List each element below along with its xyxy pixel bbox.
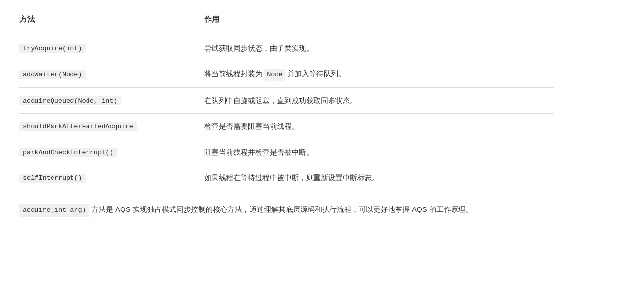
table-row: selfInterrupt() 如果线程在等待过程中被中断，则重新设置中断标志。 xyxy=(19,165,554,191)
method-code: parkAndCheckInterrupt() xyxy=(19,148,117,157)
summary-text: 方法是 AQS 实现独占模式同步控制的核心方法，通过理解其底层源码和执行流程，可… xyxy=(89,205,473,213)
summary-paragraph: acquire(int arg) 方法是 AQS 实现独占模式同步控制的核心方法… xyxy=(19,203,554,217)
desc-cell: 阻塞当前线程并检查是否被中断。 xyxy=(204,139,554,165)
header-desc: 作用 xyxy=(204,10,554,30)
method-cell: selfInterrupt() xyxy=(19,166,204,190)
table-row: shouldParkAfterFailedAcquire 检查是否需要阻塞当前线… xyxy=(19,114,554,139)
method-code: addWaiter(Node) xyxy=(19,70,86,79)
table-row: tryAcquire(int) 尝试获取同步状态，由子类实现。 xyxy=(19,35,554,61)
table-row: acquireQueued(Node, int) 在队列中自旋或阻塞，直到成功获… xyxy=(19,88,554,114)
table-header: 方法 作用 xyxy=(19,10,554,35)
header-method: 方法 xyxy=(19,10,204,30)
method-code: shouldParkAfterFailedAcquire xyxy=(19,122,137,131)
desc-cell: 检查是否需要阻塞当前线程。 xyxy=(204,114,554,139)
main-table: 方法 作用 tryAcquire(int) 尝试获取同步状态，由子类实现。 ad… xyxy=(19,10,554,191)
method-code: acquireQueued(Node, int) xyxy=(19,96,121,105)
table-row: addWaiter(Node) 将当前线程封装为 Node 并加入等待队列。 xyxy=(19,61,554,88)
summary-code: acquire(int arg) xyxy=(19,204,89,217)
method-cell: shouldParkAfterFailedAcquire xyxy=(19,115,204,138)
method-cell: tryAcquire(int) xyxy=(19,36,204,60)
method-cell: parkAndCheckInterrupt() xyxy=(19,140,204,164)
method-code: tryAcquire(int) xyxy=(19,44,86,53)
table-row: parkAndCheckInterrupt() 阻塞当前线程并检查是否被中断。 xyxy=(19,139,554,165)
desc-cell: 在队列中自旋或阻塞，直到成功获取同步状态。 xyxy=(204,88,554,113)
desc-cell: 如果线程在等待过程中被中断，则重新设置中断标志。 xyxy=(204,165,554,191)
desc-cell: 尝试获取同步状态，由子类实现。 xyxy=(204,35,554,61)
method-cell: addWaiter(Node) xyxy=(19,63,204,86)
desc-cell: 将当前线程封装为 Node 并加入等待队列。 xyxy=(204,61,554,87)
method-code: selfInterrupt() xyxy=(19,174,86,183)
inline-node-code: Node xyxy=(264,69,285,81)
method-cell: acquireQueued(Node, int) xyxy=(19,89,204,112)
